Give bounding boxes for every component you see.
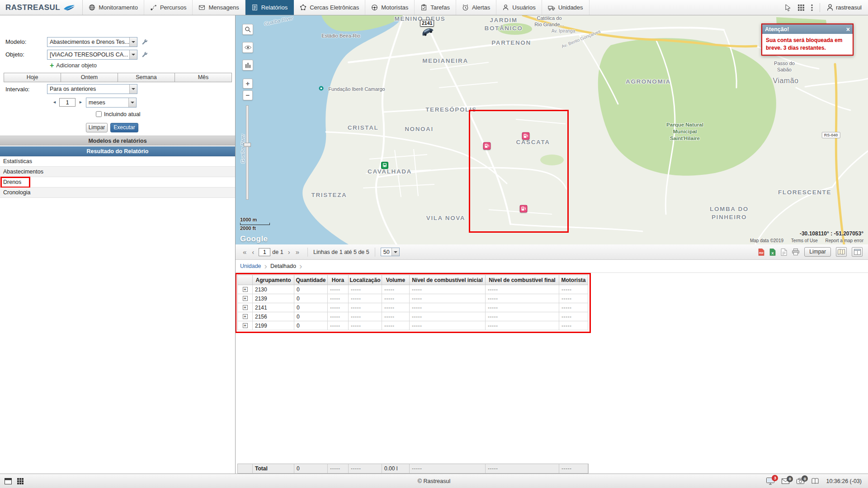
prev-page-button[interactable]: ‹ (249, 248, 257, 256)
export-pdf-button[interactable]: PDF (758, 249, 764, 256)
map-buildings-button[interactable] (242, 60, 253, 70)
add-object-link[interactable]: + Adicionar objeto (50, 62, 97, 69)
column-header-quantidade[interactable]: Quantidade (294, 275, 328, 285)
column-header-hora[interactable]: Hora (328, 275, 349, 285)
map-area[interactable]: MENINO DEUSJARDIM BOTÂNICOCatólica do Ri… (236, 15, 868, 244)
table-row[interactable]: +21410------------------------------ (238, 303, 588, 312)
limpar-button[interactable]: Limpar (86, 123, 108, 132)
decrement-button[interactable]: ◄ (52, 99, 57, 106)
page-input[interactable] (259, 248, 270, 256)
nav-item-alertas[interactable]: Alertas (456, 0, 496, 15)
vehicle-marker-2141[interactable]: 2141 (420, 20, 434, 35)
divider (820, 3, 820, 12)
report-section-drenos[interactable]: Drenos (0, 177, 235, 188)
map-coordinates: -30.108110° : -51.207053° (800, 230, 863, 237)
nav-item-cercas-eletronicas[interactable]: Cercas Eletrônicas (294, 0, 365, 15)
kebab-menu-icon[interactable] (811, 4, 813, 11)
interval-unit-select[interactable]: meses (86, 98, 137, 108)
column-header-localizacao[interactable]: Localização (349, 275, 382, 285)
terms-of-use-link[interactable]: Terms of Use (791, 238, 818, 243)
drain-event-marker[interactable] (522, 132, 530, 140)
interval-count-input[interactable] (59, 98, 75, 107)
tab-detalhado[interactable]: Detalhado (270, 263, 296, 269)
including-current-checkbox[interactable] (96, 111, 102, 117)
models-section-header[interactable]: Modelos de relatórios (0, 136, 235, 145)
report-section-estatisticas[interactable]: Estatísticas (0, 156, 235, 167)
nav-item-percursos[interactable]: Percursos (144, 0, 193, 15)
export-excel-button[interactable]: X (769, 249, 776, 256)
mail-status-button[interactable]: 0 (782, 479, 789, 484)
range-mes-button[interactable]: Mês (175, 73, 232, 82)
console-panel-button[interactable] (5, 478, 12, 484)
page-size-select[interactable]: 50 (381, 248, 400, 256)
apps-grid-icon[interactable] (798, 5, 804, 11)
split-panel-button[interactable] (852, 247, 863, 257)
nav-item-usuarios[interactable]: Usuários (496, 0, 542, 15)
column-header-agrupamento[interactable]: Agrupamento (253, 275, 294, 285)
first-page-button[interactable]: « (240, 248, 249, 256)
last-page-button[interactable]: » (293, 248, 302, 256)
result-section-header[interactable]: Resultado do Relatório (0, 146, 235, 156)
table-cell: ----- (410, 285, 486, 294)
map-search-button[interactable] (242, 24, 253, 35)
expand-row-button[interactable]: + (243, 287, 248, 292)
executar-button[interactable]: Executar (110, 123, 138, 132)
grid-view-button[interactable] (17, 478, 24, 484)
modelo-select[interactable]: Abastecimentos e Drenos Tes... (47, 37, 137, 47)
pointer-tool-icon[interactable] (785, 4, 791, 11)
user-icon (827, 4, 833, 11)
camera-status-button[interactable]: 0 (797, 478, 804, 484)
grid-limpar-button[interactable]: Limpar (804, 247, 831, 257)
expand-row-button[interactable]: + (243, 323, 248, 328)
zoom-slider-handle[interactable] (244, 143, 251, 147)
range-semana-button[interactable]: Semana (118, 73, 175, 82)
transit-marker[interactable] (381, 162, 388, 169)
modelo-settings-button[interactable] (140, 38, 149, 47)
column-header-nivel-de-combustivel-final[interactable]: Nível de combustível final (486, 275, 559, 285)
table-row[interactable]: +21990------------------------------ (238, 321, 588, 330)
zoom-slider[interactable] (246, 105, 249, 200)
report-map-error-link[interactable]: Report a map error (826, 238, 863, 243)
table-row[interactable]: +21390------------------------------ (238, 294, 588, 303)
expand-row-button[interactable]: + (243, 296, 248, 301)
column-header-volume[interactable]: Volume (382, 275, 410, 285)
table-row[interactable]: +21560------------------------------ (238, 312, 588, 321)
tab-unidade[interactable]: Unidade (240, 263, 261, 269)
brand-logo[interactable]: RASTREASUL (0, 0, 83, 15)
report-section-cronologia[interactable]: Cronologia (0, 188, 235, 198)
zoom-out-button[interactable]: − (243, 90, 253, 100)
nav-item-tarefas[interactable]: Tarefas (415, 0, 456, 15)
increment-button[interactable]: ► (78, 99, 84, 106)
nav-item-label: Usuários (512, 4, 535, 11)
intervalo-select[interactable]: Para os anteriores (47, 84, 137, 94)
column-header-motorista[interactable]: Motorista (559, 275, 588, 285)
drain-event-marker[interactable] (483, 142, 491, 150)
objeto-settings-button[interactable] (140, 50, 149, 59)
drain-event-marker[interactable] (520, 205, 528, 213)
table-row[interactable]: +21300------------------------------ (238, 285, 588, 294)
user-menu[interactable]: rastreasul (827, 4, 862, 11)
monitor-status-button[interactable]: 3 (766, 478, 774, 485)
export-file-button[interactable] (781, 249, 787, 256)
print-button[interactable] (792, 249, 799, 255)
column-header-nivel-de-combustivel-inicial[interactable]: Nível de combustível inicial (410, 275, 486, 285)
table-cell: ----- (382, 303, 410, 312)
next-page-button[interactable]: › (285, 248, 293, 256)
expand-row-button[interactable]: + (243, 314, 248, 319)
map-visibility-button[interactable] (242, 42, 253, 53)
zoom-in-button[interactable]: + (243, 79, 253, 89)
nav-item-motoristas[interactable]: Motoristas (365, 0, 415, 15)
report-section-abastecimentos[interactable]: Abastecimentos (0, 167, 235, 177)
museum-poi-icon[interactable] (319, 86, 324, 91)
map-panel-button[interactable] (836, 247, 847, 257)
objeto-select[interactable]: [VIACAO TERESOPOLIS CA... (47, 50, 137, 60)
range-ontem-button[interactable]: Ontem (61, 73, 118, 82)
nav-item-unidades[interactable]: Unidades (542, 0, 590, 15)
range-hoje-button[interactable]: Hoje (4, 73, 61, 82)
log-reader-button[interactable] (811, 478, 819, 484)
nav-item-relatorios[interactable]: Relatórios (245, 0, 294, 15)
expand-row-button[interactable]: + (243, 305, 248, 310)
nav-item-mensagens[interactable]: Mensagens (193, 0, 245, 15)
nav-item-monitoramento[interactable]: Monitoramento (83, 0, 144, 15)
close-icon[interactable]: × (846, 26, 850, 33)
